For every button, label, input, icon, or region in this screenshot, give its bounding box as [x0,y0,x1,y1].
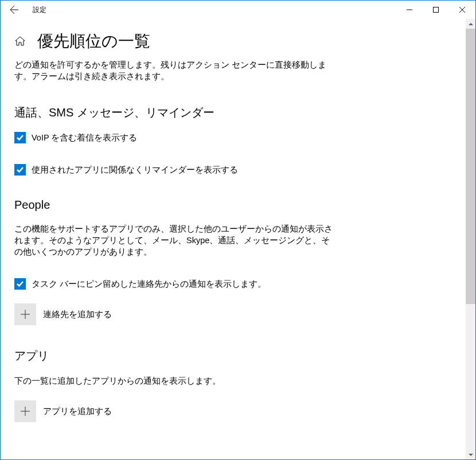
scroll-thumb[interactable] [466,29,475,304]
plus-icon [21,407,30,416]
section-people: People この機能をサポートするアプリでのみ、選択した他のユーザーからの通知… [14,198,452,325]
main-content: 優先順位の一覧 どの通知を許可するかを管理します。残りはアクション センターに直… [1,19,466,459]
section-people-title: People [14,198,452,212]
section-calls-title: 通話、SMS メッセージ、リマインダー [14,105,452,120]
back-button[interactable] [1,1,28,19]
plus-icon-box [14,303,36,325]
home-icon[interactable] [14,36,26,47]
checkmark-icon [16,166,24,174]
section-calls: 通話、SMS メッセージ、リマインダー VoIP を含む着信を表示する 使用され… [14,105,452,176]
scroll-up-button[interactable] [466,19,475,29]
checkbox-voip-label: VoIP を含む着信を表示する [32,132,137,143]
checkbox-icon [14,278,26,290]
checkbox-taskbar-contacts-label: タスク バーにピン留めした連絡先からの通知を表示します。 [32,279,266,290]
add-contact-button[interactable]: 連絡先を追加する [14,303,452,325]
add-contact-label: 連絡先を追加する [43,309,112,320]
chevron-down-icon [469,453,473,457]
maximize-icon [433,7,439,13]
scrollbar[interactable] [466,19,475,459]
maximize-button[interactable] [423,1,449,19]
checkmark-icon [16,280,24,288]
plus-icon-box [14,400,36,422]
section-apps-description: 下の一覧に追加したアプリからの通知を表示します。 [14,375,335,387]
svg-rect-0 [434,7,439,13]
checkmark-icon [16,134,24,142]
chevron-up-icon [469,22,473,26]
checkbox-reminders-label: 使用されたアプリに関係なくリマインダーを表示する [32,165,238,176]
window-title: 設定 [33,5,46,15]
minimize-icon [407,7,412,13]
checkbox-icon [14,132,26,143]
scroll-down-button[interactable] [466,450,475,459]
section-people-description: この機能をサポートするアプリでのみ、選択した他のユーザーからの通知が表示されます… [14,223,335,258]
back-arrow-icon [10,5,19,14]
page-title: 優先順位の一覧 [37,30,150,52]
minimize-button[interactable] [396,1,423,19]
titlebar: 設定 [1,1,475,19]
section-apps-title: アプリ [14,348,452,364]
checkbox-reminders[interactable]: 使用されたアプリに関係なくリマインダーを表示する [14,164,452,176]
add-app-button[interactable]: アプリを追加する [14,400,452,422]
checkbox-icon [14,164,26,176]
checkbox-taskbar-contacts[interactable]: タスク バーにピン留めした連絡先からの通知を表示します。 [14,278,452,290]
close-icon [459,7,465,13]
checkbox-voip[interactable]: VoIP を含む着信を表示する [14,132,452,143]
page-header: 優先順位の一覧 [14,30,452,52]
plus-icon [21,310,30,319]
window-controls [396,1,475,19]
page-description: どの通知を許可するかを管理します。残りはアクション センターに直接移動します。ア… [14,59,335,82]
section-apps: アプリ 下の一覧に追加したアプリからの通知を表示します。 アプリを追加する [14,348,452,422]
add-app-label: アプリを追加する [43,406,112,417]
close-button[interactable] [449,1,475,19]
